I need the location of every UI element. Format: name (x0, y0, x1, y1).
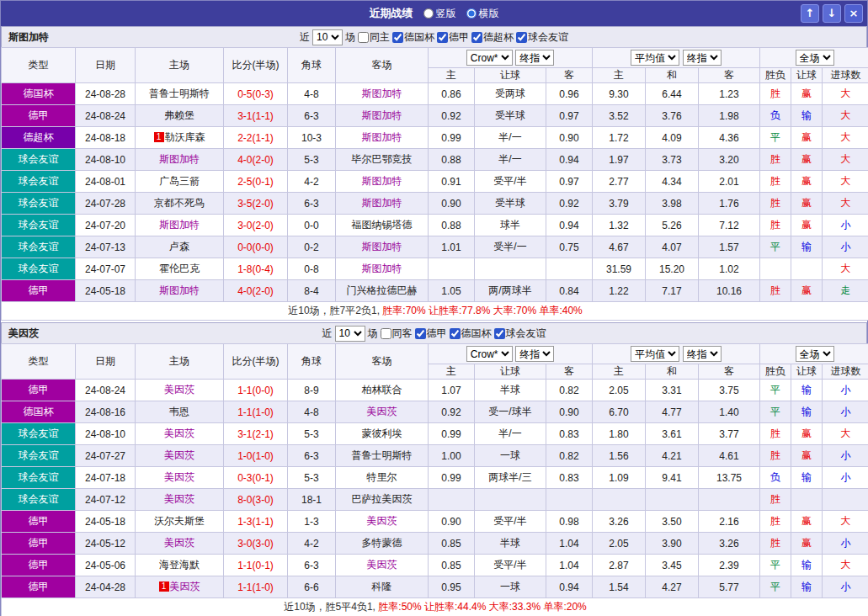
score: 2-5(0-1) (224, 171, 288, 193)
away-team-name: 毕尔巴鄂竞技 (352, 153, 413, 165)
avg-stage-select[interactable]: 终指 (683, 50, 722, 66)
odds-stage-select[interactable]: 终指 (515, 346, 554, 362)
league-badge: 球会友谊 (2, 193, 76, 215)
horizontal-radio-input[interactable] (466, 8, 477, 19)
avg-draw-odds: 4.34 (646, 171, 699, 193)
away-team-name: 巴萨拉美因茨 (352, 493, 413, 505)
same-side-filter[interactable]: 同主 (358, 30, 390, 45)
league-filter-2[interactable]: 德超杯 (471, 30, 514, 45)
avg-home-odds: 1.22 (593, 280, 646, 302)
home-team: 美因茨 (136, 380, 224, 401)
league-checkbox[interactable] (392, 32, 403, 43)
match-row: 球会友谊24-07-13卢森0-0(0-0)0-2斯图加特1.01受半/一0.7… (2, 236, 868, 258)
league-checkbox[interactable] (415, 328, 426, 339)
avg-draw-odds: 4.21 (646, 445, 699, 467)
home-team-name: 斯图加特 (159, 284, 200, 296)
league-checkbox[interactable] (516, 32, 527, 43)
corner-score: 4-2 (288, 171, 336, 193)
scope-select[interactable]: 全场 (796, 346, 834, 362)
team-name: 斯图加特 (8, 30, 49, 45)
same-side-label: 同主 (370, 30, 390, 45)
league-filter-2[interactable]: 球会友谊 (494, 327, 546, 341)
league-badge: 球会友谊 (2, 171, 76, 193)
away-team: 斯图加特 (336, 127, 429, 149)
scope-select[interactable]: 全场 (796, 50, 834, 66)
horizontal-layout-radio[interactable]: 横版 (466, 7, 499, 21)
league-filter-3[interactable]: 球会友谊 (516, 30, 568, 45)
league-checkbox[interactable] (471, 32, 482, 43)
avg-away-odds: 1.76 (699, 193, 760, 215)
avg-stage-select[interactable]: 终指 (683, 346, 722, 362)
avg-away-odds: 10.16 (699, 280, 760, 302)
handicap-line: 两球半/三 (475, 467, 546, 489)
handicap-line (475, 258, 546, 280)
vertical-radio-input[interactable] (423, 8, 434, 19)
league-filter-0[interactable]: 德国杯 (392, 30, 434, 45)
match-count-select[interactable]: 10 (335, 326, 365, 342)
odds-away: 0.90 (546, 401, 593, 423)
score: 1-1(1-0) (224, 401, 288, 423)
league-checkbox[interactable] (450, 328, 461, 339)
odds-home: 0.88 (429, 215, 475, 236)
away-team-name: 多特蒙德 (362, 537, 402, 549)
avg-home-odds: 3.52 (593, 105, 646, 127)
league-filter-1[interactable]: 德国杯 (450, 327, 492, 341)
avg-away-odds: 1.57 (699, 236, 760, 258)
bookmaker-select[interactable]: Crow* (466, 346, 513, 362)
away-team: 斯图加特 (336, 236, 429, 258)
league-filter-1[interactable]: 德甲 (437, 30, 469, 45)
odds-home: 0.99 (429, 423, 475, 445)
result-goals: 小 (823, 401, 868, 423)
league-checkbox[interactable] (494, 328, 505, 339)
close-button[interactable]: × (844, 4, 863, 23)
odds-home: 0.92 (429, 105, 475, 127)
same-side-checkbox[interactable] (381, 328, 391, 339)
rank-badge: 1 (154, 132, 164, 142)
result-wdl: 平 (760, 576, 791, 598)
vertical-layout-radio[interactable]: 竖版 (423, 7, 456, 21)
away-team: 蒙彼利埃 (336, 423, 429, 445)
avg-source-select[interactable]: 平均值 (631, 346, 679, 362)
result-goals: 小 (823, 445, 868, 467)
avg-away-odds: 4.36 (699, 127, 760, 149)
result-goals: 大 (823, 193, 868, 215)
avg-source-select[interactable]: 平均值 (631, 50, 679, 66)
away-team-name: 美因茨 (367, 515, 397, 527)
summary-segment: 让胜率:44.4% (422, 601, 487, 613)
col-type: 类型 (2, 48, 76, 83)
league-filter-label: 德国杯 (461, 327, 492, 341)
move-down-button[interactable]: ↓ (823, 4, 841, 23)
league-badge: 球会友谊 (2, 258, 76, 280)
odds-away: 1.04 (546, 533, 593, 555)
match-row: 球会友谊24-08-01广岛三箭2-5(0-1)4-2斯图加特0.91受平/半0… (2, 171, 868, 193)
subcol-4: 和 (646, 68, 699, 83)
league-badge: 德超杯 (2, 127, 76, 149)
summary-segment: 胜率:70% (382, 305, 425, 316)
same-side-checkbox[interactable] (358, 32, 369, 43)
score: 1-3(1-1) (224, 511, 288, 533)
same-side-filter[interactable]: 同客 (381, 327, 413, 341)
league-filter-label: 德超杯 (483, 30, 514, 45)
match-date: 24-08-10 (76, 149, 136, 171)
move-up-button[interactable]: ↑ (801, 4, 819, 23)
odds-home: 0.99 (429, 467, 475, 489)
corner-score: 6-3 (288, 555, 336, 576)
result-goals: 小 (823, 576, 868, 598)
avg-draw-odds: 3.61 (646, 423, 699, 445)
match-row: 德甲24-05-18沃尔夫斯堡1-3(1-1)1-3美因茨0.90受平/半0.9… (2, 511, 868, 533)
league-filter-0[interactable]: 德甲 (415, 327, 447, 341)
avg-draw-odds: 3.73 (646, 149, 699, 171)
result-goals: 小 (823, 236, 868, 258)
result-goals: 小 (823, 467, 868, 489)
summary-row: 近10场，胜5平4负1, 胜率:50% 让胜率:44.4% 大率:33.3% 单… (2, 598, 868, 616)
corner-score: 5-3 (288, 149, 336, 171)
match-date: 24-05-06 (76, 555, 136, 576)
bookmaker-select[interactable]: Crow* (466, 50, 513, 66)
away-team-name: 斯图加特 (362, 109, 402, 121)
match-count-select[interactable]: 10 (312, 29, 343, 45)
home-team: 斯图加特 (136, 215, 224, 236)
league-checkbox[interactable] (437, 32, 448, 43)
corner-score: 6-6 (288, 576, 336, 598)
subcol-8: 进球数 (823, 68, 868, 83)
odds-stage-select[interactable]: 终指 (515, 50, 554, 66)
